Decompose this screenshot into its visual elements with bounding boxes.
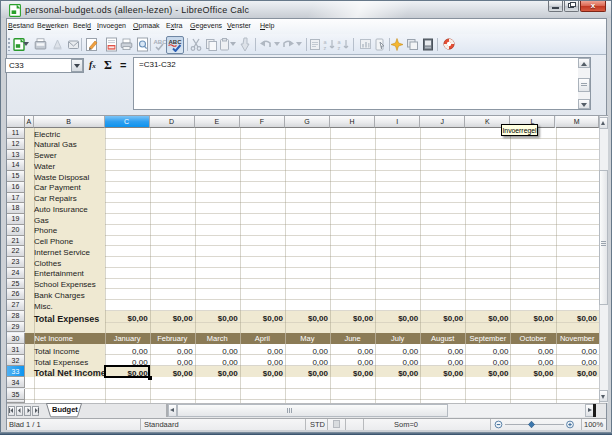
svg-text:a: a <box>338 39 342 45</box>
svg-text:ABC: ABC <box>154 39 167 45</box>
svg-text:z: z <box>338 45 341 51</box>
svg-text:a: a <box>324 39 328 45</box>
svg-text:ABC: ABC <box>169 39 183 45</box>
svg-text:z: z <box>324 45 327 51</box>
